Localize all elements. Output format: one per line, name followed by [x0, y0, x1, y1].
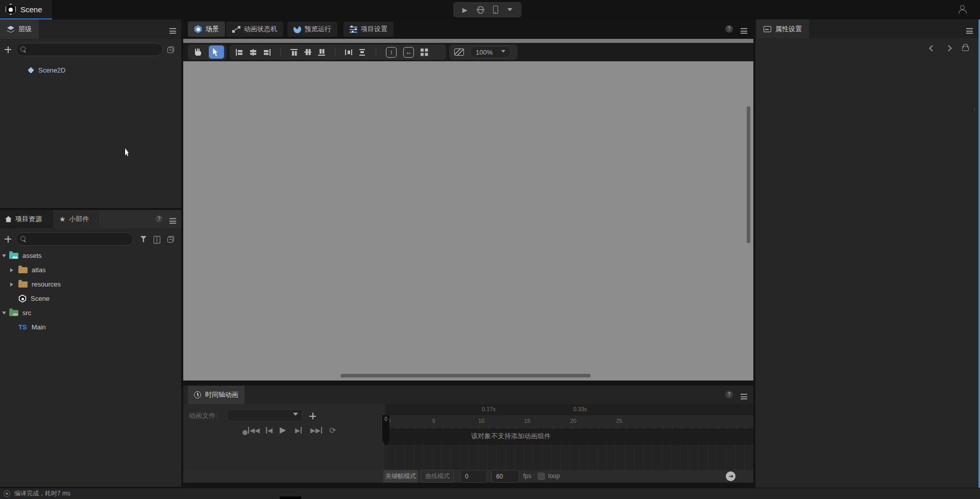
- tab-properties[interactable]: 属性设置: [756, 19, 809, 38]
- properties-menu-icon[interactable]: [966, 28, 973, 34]
- align-right-icon[interactable]: [263, 49, 271, 56]
- curve-mode-button[interactable]: 曲线模式: [421, 470, 454, 483]
- star-icon: ★: [59, 216, 66, 223]
- timeline-controls-zone: 动画文件: ◀◀ ◀ ▶ ▶ ▶▶ ⟳: [183, 404, 385, 470]
- help-icon[interactable]: ?: [725, 25, 733, 33]
- user-avatar-icon[interactable]: [958, 5, 966, 13]
- loop-once-icon[interactable]: ⟳: [329, 426, 336, 435]
- tab-timeline-animation[interactable]: 时间轴动画: [188, 386, 244, 404]
- distribute-v-icon[interactable]: [345, 49, 352, 56]
- clock-icon: [194, 391, 201, 398]
- hierarchy-menu-icon[interactable]: [169, 28, 176, 34]
- record-icon[interactable]: [242, 430, 248, 435]
- play-icon[interactable]: ▶: [280, 426, 286, 434]
- window-tab-title: Scene: [20, 5, 42, 14]
- timeline-message-band: 该对象不支持添加动画组件: [386, 429, 753, 444]
- columns-view-icon[interactable]: [154, 236, 160, 243]
- window-tab-scene[interactable]: Scene: [0, 0, 52, 19]
- tree-row-atlas[interactable]: atlas: [0, 263, 181, 277]
- nav-forward-icon[interactable]: [945, 45, 952, 52]
- tree-row-main[interactable]: TS Main: [0, 320, 181, 334]
- nav-back-icon[interactable]: [929, 45, 936, 52]
- align-h-center-icon[interactable]: [304, 49, 311, 56]
- assets-menu-icon[interactable]: [169, 218, 176, 224]
- expander-closed-icon[interactable]: [10, 282, 13, 287]
- start-frame-input[interactable]: [460, 470, 487, 483]
- step-back-icon[interactable]: ◀: [266, 427, 273, 434]
- timeline-ruler-zone[interactable]: 0.17s 0.33s 0 5 10 15 20 25 该对象不支持添加动画组件: [386, 404, 753, 470]
- expander-closed-icon[interactable]: [10, 268, 13, 272]
- search-icon: [20, 236, 26, 242]
- hierarchy-search[interactable]: [16, 43, 163, 56]
- scene-canvas[interactable]: [183, 61, 753, 381]
- typescript-icon: TS: [18, 323, 27, 331]
- help-icon[interactable]: ?: [155, 215, 163, 223]
- tab-project-settings[interactable]: 项目设置: [344, 21, 394, 37]
- scene-menu-icon[interactable]: [741, 28, 747, 34]
- add-anim-file-icon[interactable]: [309, 413, 316, 419]
- tab-preview-run[interactable]: 预览运行: [287, 21, 337, 37]
- ruler-frames-row[interactable]: 0 5 10 15 20 25: [386, 415, 753, 429]
- tab-scene[interactable]: 场景: [188, 21, 225, 37]
- filter-icon[interactable]: [140, 236, 146, 242]
- distribute-h-icon[interactable]: [359, 49, 366, 56]
- select-tool-button[interactable]: [209, 45, 224, 59]
- scene-toolbar: ↕ ↔ 100%: [183, 43, 753, 61]
- assets-search-input[interactable]: [29, 235, 129, 243]
- help-icon[interactable]: ?: [725, 391, 733, 398]
- align-v-center-icon[interactable]: [250, 49, 257, 56]
- tab-project-resources[interactable]: 项目资源: [0, 210, 53, 228]
- grid-layout-icon[interactable]: [421, 49, 428, 56]
- collapse-all-icon[interactable]: [167, 46, 174, 53]
- stretch-width-icon[interactable]: ↔: [403, 47, 414, 58]
- caret-down-icon[interactable]: [507, 8, 512, 14]
- folder-code-icon: [9, 310, 18, 316]
- anim-file-dropdown[interactable]: [227, 409, 303, 421]
- canvas-h-scrollbar[interactable]: [340, 374, 591, 377]
- tab-widgets[interactable]: ★ 小部件: [53, 210, 99, 228]
- assets-search[interactable]: [16, 232, 133, 246]
- tree-row-assets[interactable]: assets: [0, 249, 181, 263]
- hierarchy-search-input[interactable]: [29, 46, 158, 53]
- stretch-height-icon[interactable]: ↕: [386, 47, 397, 58]
- lock-icon[interactable]: [962, 44, 968, 51]
- tree-row-scene2d[interactable]: Scene2D: [0, 63, 181, 77]
- popout-icon[interactable]: ⇥: [726, 471, 736, 481]
- fps-input[interactable]: [492, 470, 519, 483]
- tree-row-resources[interactable]: resources: [0, 277, 181, 291]
- expander-open-icon[interactable]: [2, 312, 6, 315]
- hierarchy-header: 层级: [0, 19, 181, 39]
- step-forward-icon[interactable]: ▶: [295, 427, 302, 434]
- add-asset-icon[interactable]: [5, 236, 11, 243]
- align-bottom-icon[interactable]: [318, 49, 325, 56]
- collapse-all-icon[interactable]: [167, 236, 174, 243]
- add-node-icon[interactable]: [5, 46, 11, 53]
- loop-checkbox[interactable]: [537, 472, 545, 480]
- align-top-icon[interactable]: [290, 49, 298, 56]
- align-left-icon[interactable]: [236, 49, 243, 56]
- properties-header: 属性设置: [755, 19, 980, 38]
- app-logo-icon: [5, 4, 16, 15]
- skip-to-start-icon[interactable]: ◀◀: [248, 427, 260, 434]
- canvas-v-scrollbar[interactable]: [747, 106, 750, 243]
- zoom-dropdown[interactable]: 100%: [470, 46, 511, 58]
- tab-animation-state-machine[interactable]: 动画状态机: [226, 21, 283, 37]
- tab-hierarchy[interactable]: 层级: [0, 19, 39, 39]
- divider: [335, 47, 335, 57]
- timeline-track-area[interactable]: [386, 444, 753, 470]
- skip-to-end-icon[interactable]: ▶▶: [310, 427, 322, 434]
- playhead-flag[interactable]: 0: [382, 415, 389, 446]
- divider: [376, 47, 376, 57]
- mobile-icon[interactable]: [493, 6, 498, 14]
- tree-row-scene-file[interactable]: Scene: [0, 292, 181, 305]
- expander-open-icon[interactable]: [2, 254, 6, 257]
- properties-panel: 属性设置: [755, 19, 980, 488]
- play-icon[interactable]: ▶: [462, 6, 468, 14]
- screen-fit-icon[interactable]: [454, 49, 464, 56]
- properties-icon: [764, 26, 771, 32]
- keyframe-mode-button[interactable]: 关键帧模式: [383, 470, 418, 483]
- timeline-menu-icon[interactable]: [741, 394, 747, 399]
- globe-icon[interactable]: [477, 6, 484, 14]
- hand-tool-button[interactable]: [190, 45, 206, 59]
- tree-row-src[interactable]: src: [0, 306, 181, 320]
